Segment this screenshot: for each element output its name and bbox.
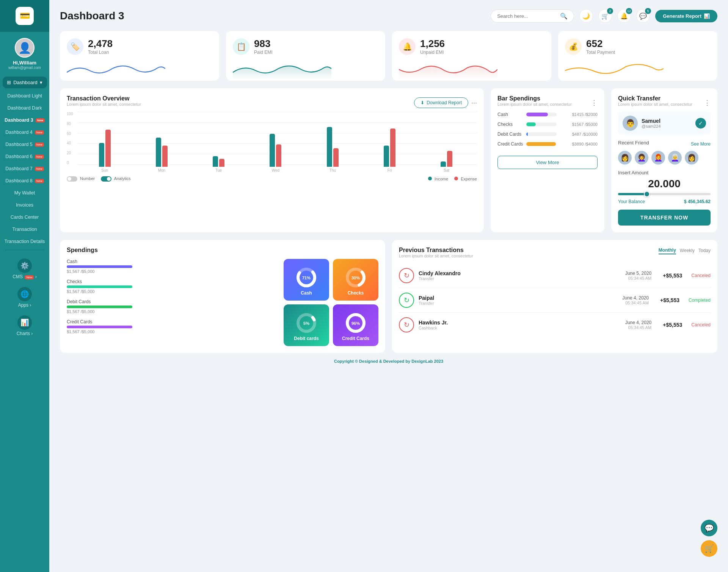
debit-spend-bar: [67, 306, 132, 308]
sidebar-item-label: Dashboard 8: [5, 178, 33, 183]
new-badge: New: [36, 118, 45, 122]
credit-spend-bar: [67, 326, 132, 328]
sidebar-item-cms[interactable]: ⚙️ CMS New ›: [0, 255, 49, 283]
paid-emi-icon: 📋: [233, 38, 249, 55]
sidebar-item-label: Transaction Details: [5, 239, 45, 244]
bar-day-group: Thu: [305, 114, 360, 172]
tx-status: Completed: [689, 298, 711, 303]
sidebar-item-dashboard-8[interactable]: Dashboard 8 New: [0, 175, 49, 187]
sidebar-item-cards-center[interactable]: Cards Center: [0, 211, 49, 223]
search-input[interactable]: [497, 13, 557, 19]
profile-name: Hi,William: [13, 60, 36, 66]
sidebar-item-dashboard-4[interactable]: Dashboard 4 New: [0, 126, 49, 138]
footer: Copyright © Designed & Developed by Dexi…: [60, 359, 717, 364]
tx-type: Cashback: [419, 326, 448, 330]
tx-overview-title: Transaction Overview: [67, 95, 141, 102]
sidebar-item-label: Dashboard Light: [7, 93, 42, 99]
sidebar-item-apps[interactable]: 🌐 Apps ›: [0, 283, 49, 312]
table-row: ↻ Cindy Alexandro Transfer June 5, 2020 …: [399, 263, 711, 288]
spendings-card: Spendings Cash $1,567 /$5,000 Checks $1,…: [60, 240, 385, 353]
transaction-overview-card: Transaction Overview Lorem ipsum dolor s…: [60, 88, 484, 232]
paid-emi-label: Paid EMI: [254, 50, 273, 55]
svg-text:5%: 5%: [303, 321, 309, 326]
friend-avatar-1[interactable]: 👩: [618, 151, 632, 165]
spendings-checks: Checks $1,567 /$5,000: [67, 279, 278, 294]
cash-bar-track: [526, 113, 557, 116]
messages-btn[interactable]: 💬 5: [636, 9, 650, 23]
sidebar-item-label: Cards Center: [11, 215, 39, 220]
bar-day-label: Wed: [272, 168, 279, 172]
checks-bar-track: [526, 122, 557, 126]
tab-weekly[interactable]: Weekly: [680, 247, 695, 254]
tx-type: Transfer: [419, 301, 434, 306]
sidebar-item-dashboard-3[interactable]: Dashboard 3 New: [0, 114, 49, 126]
floating-support-button[interactable]: 💬: [701, 520, 717, 536]
tab-today[interactable]: Today: [698, 247, 711, 254]
floating-cart-button[interactable]: 🛒: [701, 540, 717, 557]
bar-chart: SunMonTueWedThuFriSat: [77, 112, 477, 172]
debit-value: $487 /$10000: [560, 132, 598, 136]
see-more-link[interactable]: See More: [691, 141, 711, 147]
donut-credit-label: Credit Cards: [342, 336, 369, 341]
sidebar-item-dashboard-light[interactable]: Dashboard Light: [0, 90, 49, 102]
view-more-button[interactable]: View More: [497, 156, 598, 169]
balance-value: $ 456,345.62: [684, 199, 711, 204]
bar-day-group: Mon: [134, 114, 189, 172]
bar-day-label: Thu: [329, 168, 336, 172]
sidebar-item-transaction[interactable]: Transaction: [0, 223, 49, 235]
sidebar-item-charts[interactable]: 📊 Charts ›: [0, 312, 49, 340]
sidebar-item-invoices[interactable]: Invoices: [0, 199, 49, 211]
sidebar-item-dashboard-dark[interactable]: Dashboard Dark: [0, 102, 49, 114]
sidebar-item-dashboard-6[interactable]: Dashboard 6 New: [0, 150, 49, 163]
checks-spend-bar: [67, 285, 132, 288]
download-report-button[interactable]: ⬇ Download Report: [414, 97, 468, 108]
spending-bar-checks: Checks $1567 /$5000: [497, 122, 598, 127]
dashboard-dropdown-btn[interactable]: ⊞ Dashboard ▾: [3, 77, 47, 88]
analytics-toggle[interactable]: [101, 176, 111, 182]
sidebar-item-transaction-details[interactable]: Transaction Details: [0, 235, 49, 248]
sidebar-item-label: Invoices: [16, 202, 33, 208]
stats-row: 🏷️ 2,478 Total Loan 📋 983 Paid EMI: [60, 31, 717, 81]
cash-label: Cash: [497, 112, 523, 117]
transfer-user-name: Samuel: [642, 118, 661, 124]
balance-row: Your Balance $ 456,345.62: [618, 199, 711, 204]
moon-btn[interactable]: 🌙: [579, 9, 593, 23]
cart-btn[interactable]: 🛒 2: [598, 9, 612, 23]
friend-avatar-4[interactable]: 👩‍🦳: [668, 151, 682, 165]
tx-amount: +$5,553: [660, 297, 679, 303]
transfer-now-button[interactable]: TRANSFER NOW: [618, 210, 711, 226]
expense-legend: Expense: [454, 177, 477, 181]
tx-amount: +$5,553: [663, 273, 682, 279]
quick-transfer-more-button[interactable]: ⋮: [704, 99, 711, 107]
tx-status: Canceled: [691, 273, 711, 278]
donut-cash-label: Cash: [301, 290, 312, 296]
sidebar-item-my-wallet[interactable]: My Wallet: [0, 187, 49, 199]
friend-avatar-3[interactable]: 👩‍🦰: [651, 151, 665, 165]
tx-amount: +$5,553: [663, 322, 682, 328]
sidebar-item-dashboard-5[interactable]: Dashboard 5 New: [0, 138, 49, 150]
generate-report-button[interactable]: Generate Report 📊: [655, 10, 717, 22]
svg-text:96%: 96%: [351, 321, 360, 326]
floating-buttons: 💬 🛒: [701, 520, 717, 557]
svg-text:71%: 71%: [302, 276, 311, 280]
slider-thumb: [644, 191, 650, 197]
sidebar-item-dashboard-7[interactable]: Dashboard 7 New: [0, 163, 49, 175]
prev-tx-tabs: Monthly Weekly Today: [659, 247, 711, 254]
tab-monthly[interactable]: Monthly: [659, 247, 676, 254]
bar-spendings-more-button[interactable]: ⋮: [591, 99, 598, 107]
amount-slider[interactable]: [618, 193, 711, 195]
number-toggle[interactable]: [67, 176, 77, 182]
notification-btn[interactable]: 🔔 12: [617, 9, 631, 23]
tx-overview-header: Transaction Overview Lorem ipsum dolor s…: [67, 95, 477, 110]
chat-badge: 5: [645, 8, 651, 14]
stat-card-unpaid-emi: 🔔 1,256 Unpaid EMI: [392, 31, 551, 81]
checks-bar-fill: [526, 122, 536, 126]
new-badge: New: [35, 167, 44, 171]
more-options-button[interactable]: ···: [471, 99, 477, 107]
sidebar-item-label: Apps ›: [18, 302, 31, 308]
friend-avatar-5[interactable]: 👩: [685, 151, 698, 165]
friend-avatar-2[interactable]: 👩‍🦱: [635, 151, 648, 165]
new-badge: New: [35, 155, 44, 159]
number-legend: Number: [67, 176, 95, 182]
sidebar-item-label: CMS New ›: [13, 274, 36, 279]
